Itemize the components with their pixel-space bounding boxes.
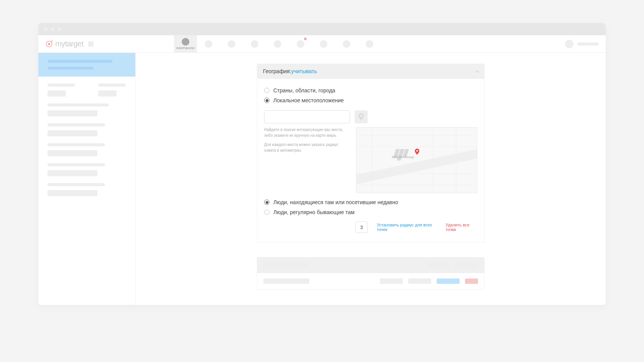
geography-body: Страны, области, города Локальное местоп… (257, 79, 485, 242)
tab-item[interactable] (266, 35, 289, 53)
pin-icon (358, 113, 364, 121)
radio-local[interactable]: Локальное местоположение (264, 97, 477, 103)
nav-tabs: КАМПАНИИ (174, 35, 381, 53)
radio-label: Люди, находящиеся там или посетившие нед… (273, 199, 398, 205)
radius-input[interactable] (355, 221, 368, 233)
geography-mode-link[interactable]: учитывать (291, 68, 317, 74)
svg-point-2 (360, 115, 362, 117)
radio-label: Страны, области, города (273, 87, 335, 93)
content: География: учитывать Страны, области, го… (136, 53, 606, 305)
window-dot (51, 27, 54, 31)
target-icon (45, 40, 53, 48)
chevron-up-icon (475, 70, 479, 72)
tab-item[interactable] (243, 35, 266, 53)
sidebar-item[interactable] (48, 183, 126, 196)
sidebar-item[interactable] (48, 84, 126, 97)
window-dot (58, 27, 61, 31)
window-dot (44, 27, 48, 31)
tab-item[interactable] (335, 35, 358, 53)
map-pin-icon (414, 149, 420, 155)
logo-square (88, 41, 94, 47)
user-menu[interactable] (565, 40, 599, 48)
topbar: mytarget КАМПАНИИ (38, 35, 606, 53)
tab-label: КАМПАНИИ (176, 46, 194, 50)
sidebar-active-item[interactable] (38, 53, 135, 77)
tab-item[interactable] (289, 35, 312, 53)
tab-campaigns[interactable]: КАМПАНИИ (174, 35, 197, 53)
footer-section (257, 257, 485, 290)
radio-icon (264, 88, 269, 93)
radio-label: Люди, регулярно бывающие там (273, 209, 355, 215)
avatar (565, 40, 573, 48)
footer-body (257, 273, 485, 290)
radio-audience-present[interactable]: Люди, находящиеся там или посетившие нед… (264, 199, 477, 205)
browser-titlebar (38, 23, 606, 35)
tab-item[interactable] (358, 35, 381, 53)
radio-audience-regular[interactable]: Люди, регулярно бывающие там (264, 209, 477, 215)
map-place-label: Mail.Ru Group (392, 155, 414, 159)
browser-frame: mytarget КАМПАНИИ (38, 23, 606, 305)
radio-countries[interactable]: Страны, области, города (264, 87, 477, 93)
tab-item[interactable] (312, 35, 335, 53)
radio-icon (264, 210, 269, 215)
radio-label: Локальное местоположение (273, 97, 344, 103)
geography-title-prefix: География: (263, 68, 291, 74)
geography-header[interactable]: География: учитывать (257, 64, 485, 79)
username-placeholder (577, 43, 599, 46)
tab-item[interactable] (220, 35, 243, 53)
location-search-input[interactable] (264, 110, 350, 123)
logo[interactable]: mytarget (45, 39, 94, 48)
sidebar (38, 53, 136, 305)
map[interactable]: Mail.Ru Group (356, 127, 477, 193)
sidebar-item[interactable] (48, 123, 126, 136)
tab-item[interactable] (197, 35, 220, 53)
sidebar-item[interactable] (48, 103, 126, 116)
radio-icon (264, 98, 269, 103)
svg-point-1 (48, 43, 50, 45)
logo-text: mytarget (55, 39, 84, 48)
svg-point-10 (416, 150, 418, 152)
help-text: Найдите в поиске интересующие вас места,… (264, 127, 350, 193)
delete-all-points-link[interactable]: Удалить все точки (445, 223, 477, 232)
pin-button[interactable] (355, 110, 368, 123)
footer-header[interactable] (257, 257, 485, 273)
notification-badge (304, 38, 307, 40)
sidebar-item[interactable] (48, 143, 126, 156)
radio-icon (264, 200, 269, 205)
sidebar-item[interactable] (48, 163, 126, 176)
set-radius-all-link[interactable]: Установить радиус для всех точек (377, 223, 436, 232)
